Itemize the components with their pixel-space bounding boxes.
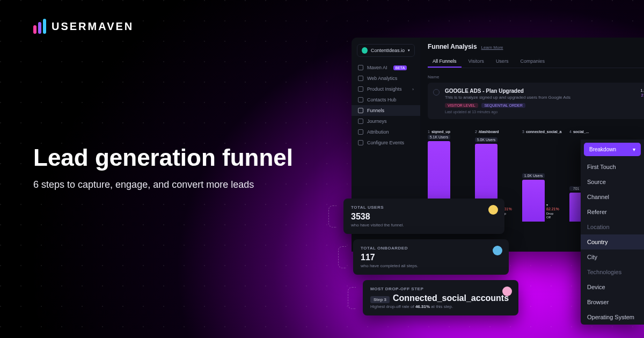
sidebar-item-configure-events[interactable]: Configure Events xyxy=(352,137,420,148)
workspace-icon xyxy=(362,47,368,54)
funnel-row[interactable]: GOOGLE ADS - Plan Upgraded This is to an… xyxy=(428,83,644,119)
tab-users[interactable]: Users xyxy=(491,56,514,68)
breakdown-item-referer[interactable]: Referer xyxy=(581,204,644,219)
breakdown-item-operating-system[interactable]: Operating System xyxy=(581,310,644,325)
breakdown-item-technologies[interactable]: Technologies xyxy=(581,264,644,280)
funnel-completed: 2 Complet xyxy=(640,93,644,98)
tabs: All FunnelsVisitorsUsersCompanies xyxy=(428,56,644,68)
stat-sub: who have visited the funnel. xyxy=(351,223,497,227)
radio-icon[interactable] xyxy=(433,89,440,95)
users-badge: 1.0K Users xyxy=(522,173,545,178)
stat-sub: who have completed all steps. xyxy=(361,263,501,268)
logo-mark-icon xyxy=(33,19,46,34)
tab-all-funnels[interactable]: All Funnels xyxy=(428,56,462,68)
brand-logo: USERMAVEN xyxy=(33,19,134,34)
tag-visitor-level: VISITOR LEVEL xyxy=(445,103,478,108)
funnel-updated: Last updated at 13 minutes ago xyxy=(445,110,570,114)
sidebar-item-attribution[interactable]: Attribution xyxy=(352,127,420,137)
users-icon xyxy=(488,205,498,215)
breakdown-item-city[interactable]: City xyxy=(581,249,644,264)
breakdown-item-browser[interactable]: Browser xyxy=(581,295,644,310)
stat-value: 117 xyxy=(361,253,501,262)
users-badge: 5.1K Users xyxy=(428,135,450,139)
sidebar-item-funnels[interactable]: Funnels xyxy=(352,105,420,116)
breakdown-item-channel[interactable]: Channel xyxy=(581,189,644,204)
nav-icon xyxy=(358,140,363,145)
tab-visitors[interactable]: Visitors xyxy=(464,56,489,68)
tab-companies[interactable]: Companies xyxy=(515,56,550,68)
nav-icon xyxy=(358,97,363,102)
chevron-down-icon: ▾ xyxy=(633,146,635,152)
brand-name: USERMAVEN xyxy=(52,20,134,33)
nav-icon xyxy=(358,76,363,81)
page-title: Funnel Analysis xyxy=(428,43,477,50)
breakdown-label: Breakdown xyxy=(589,146,616,152)
breakdown-item-source[interactable]: Source xyxy=(581,174,644,189)
stat-onboarded: TOTAL ONBOARDED 117 who have completed a… xyxy=(353,239,509,275)
tag-sequential: SEQUENTIAL ORDER xyxy=(481,103,525,108)
funnel-desc: This is to analyze signed up and upgrade… xyxy=(445,95,570,100)
nav-icon xyxy=(358,108,363,113)
breakdown-button[interactable]: Breakdown ▾ xyxy=(584,143,641,156)
stat-label: MOST DROP-OFF STEP xyxy=(370,286,511,291)
breakdown-item-location[interactable]: Location xyxy=(581,219,644,234)
sidebar-item-contacts-hub[interactable]: Contacts Hub xyxy=(352,94,420,105)
breakdown-item-country[interactable]: Country xyxy=(581,234,644,249)
learn-more-link[interactable]: Learn More xyxy=(481,45,503,50)
funnel-entered: 1.1K Enter xyxy=(640,88,644,93)
hero-title: Lead generation funnel xyxy=(33,145,293,171)
breakdown-item-first-touch[interactable]: First Touch xyxy=(581,159,644,174)
step-pill: Step 3 xyxy=(370,296,390,303)
nav-icon xyxy=(358,129,363,135)
nav-icon xyxy=(358,119,363,124)
onboarded-icon xyxy=(493,246,502,255)
beta-badge: BETA xyxy=(393,65,407,70)
dropoff-icon xyxy=(502,286,512,296)
nav-icon xyxy=(358,86,363,92)
breakdown-dropdown: Breakdown ▾ First TouchSourceChannelRefe… xyxy=(581,139,644,325)
stat-value: Step 3Connected_social_accounts xyxy=(370,293,511,303)
stat-sub: Highest drop-off rate of 46.31% at this … xyxy=(370,304,511,309)
nav-icon xyxy=(358,65,363,70)
sidebar-item-journeys[interactable]: Journeys xyxy=(352,116,420,127)
chevron-right-icon: › xyxy=(412,87,414,92)
workspace-switcher[interactable]: ContentIdeas.io ▾ xyxy=(357,44,415,57)
stat-label: TOTAL ONBOARDED xyxy=(361,246,501,251)
col-name: Name xyxy=(428,75,439,79)
funnel-name: GOOGLE ADS - Plan Upgraded xyxy=(445,88,570,94)
chevron-down-icon: ▾ xyxy=(408,48,410,53)
sidebar-item-product-insights[interactable]: Product Insights› xyxy=(352,84,420,94)
workspace-name: ContentIdeas.io xyxy=(371,48,405,53)
stat-value: 3538 xyxy=(351,212,497,222)
users-badge: 5.0K Users xyxy=(475,137,497,142)
sidebar-item-maven-ai[interactable]: Maven AIBETA xyxy=(352,62,420,73)
stat-total-users: TOTAL USERS 3538 who have visited the fu… xyxy=(343,199,504,234)
stat-label: TOTAL USERS xyxy=(351,205,497,210)
hero-subtitle: 6 steps to capture, engage, and convert … xyxy=(33,179,293,190)
funnel-step-3: 3connected_social_a...1.0K Users▾ 82.21%… xyxy=(522,130,562,222)
stat-dropoff: MOST DROP-OFF STEP Step 3Connected_socia… xyxy=(363,280,518,315)
sidebar-item-web-analytics[interactable]: Web Analytics xyxy=(352,73,420,84)
breakdown-item-device[interactable]: Device xyxy=(581,280,644,295)
